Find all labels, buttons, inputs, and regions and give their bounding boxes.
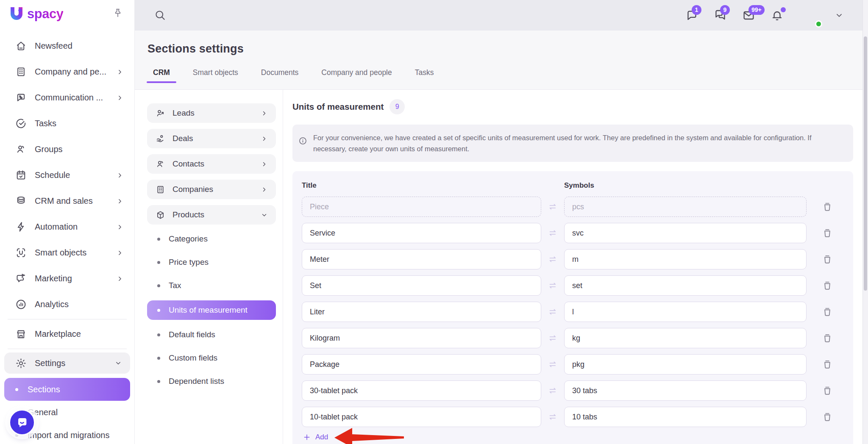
- swap-icon[interactable]: [541, 202, 564, 212]
- sidebar-item-label: Smart objects: [35, 248, 86, 258]
- panel-sub-label: Custom fields: [169, 353, 217, 363]
- unit-row-0: [302, 197, 844, 217]
- search-icon[interactable]: [154, 9, 166, 21]
- uspacy-logo[interactable]: spacy: [8, 6, 63, 22]
- sidebar-item-communication[interactable]: Communication ...: [0, 85, 134, 111]
- bell-icon[interactable]: [771, 9, 784, 22]
- panel-sub-dependent-lists[interactable]: Dependent lists: [147, 373, 276, 390]
- sidebar-item-smart-objects[interactable]: Smart objects: [0, 240, 134, 266]
- tab-documents[interactable]: Documents: [255, 68, 305, 83]
- swap-icon[interactable]: [541, 386, 564, 396]
- panel-item-products[interactable]: Products: [147, 205, 276, 225]
- trash-icon: [822, 359, 833, 370]
- sidebar-item-analytics[interactable]: Analytics: [0, 291, 134, 317]
- delete-row-button[interactable]: [822, 201, 833, 212]
- unit-title-input[interactable]: [302, 223, 541, 243]
- unit-title-input[interactable]: [302, 197, 541, 217]
- trash-icon: [822, 201, 833, 212]
- sidebar: spacy Newsfeed Company and pe...: [0, 0, 135, 444]
- trash-icon: [822, 411, 833, 422]
- delete-row-button[interactable]: [822, 306, 833, 317]
- chat-icon[interactable]: 1: [685, 9, 698, 22]
- sidebar-item-tasks[interactable]: Tasks: [0, 111, 134, 136]
- tab-smart-objects[interactable]: Smart objects: [186, 68, 245, 83]
- chevron-right-icon: [116, 223, 124, 231]
- add-unit-button[interactable]: Add: [303, 433, 328, 441]
- delete-row-button[interactable]: [822, 385, 833, 396]
- unit-title-input[interactable]: [302, 407, 541, 427]
- unit-symbol-input[interactable]: [564, 354, 807, 375]
- unit-symbol-input[interactable]: [564, 407, 807, 427]
- swap-icon[interactable]: [541, 307, 564, 317]
- unit-symbol-input[interactable]: [564, 223, 807, 243]
- unit-title-input[interactable]: [302, 354, 541, 375]
- unit-symbol-input[interactable]: [564, 249, 807, 269]
- trash-icon: [822, 280, 833, 291]
- unit-row-3: [302, 275, 844, 296]
- unit-title-input[interactable]: [302, 380, 541, 401]
- sidebar-item-company-and-pe[interactable]: Company and pe...: [0, 59, 134, 85]
- unit-symbol-input[interactable]: [564, 197, 807, 217]
- info-box: For your convenience, we have created a …: [292, 125, 853, 162]
- swap-icon[interactable]: [541, 254, 564, 264]
- sidebar-item-crm-and-sales[interactable]: CRM and sales: [0, 188, 134, 214]
- unit-symbol-input[interactable]: [564, 275, 807, 296]
- deals-icon: [156, 134, 165, 144]
- delete-row-button[interactable]: [822, 333, 833, 344]
- unit-title-input[interactable]: [302, 275, 541, 296]
- marketplace-icon: [15, 328, 27, 340]
- unit-title-input[interactable]: [302, 328, 541, 348]
- pin-icon[interactable]: [112, 8, 123, 19]
- user-avatar[interactable]: [799, 4, 821, 27]
- panel-item-companies[interactable]: Companies: [147, 180, 276, 199]
- sidebar-item-schedule[interactable]: Schedule: [0, 162, 134, 188]
- panel-item-leads[interactable]: Leads: [147, 103, 276, 123]
- team-chat-icon[interactable]: 9: [714, 9, 727, 22]
- sidebar-item-settings[interactable]: Settings: [4, 352, 130, 374]
- sidebar-item-label: Automation: [35, 222, 78, 232]
- sidebar-item-label: Import and migrations: [28, 430, 109, 440]
- trash-icon: [822, 228, 833, 239]
- panel-sub-tax[interactable]: Tax: [147, 277, 276, 294]
- scrollbar-thumb[interactable]: [864, 36, 867, 291]
- unit-symbol-input[interactable]: [564, 380, 807, 401]
- delete-row-button[interactable]: [822, 254, 833, 265]
- trash-icon: [822, 254, 833, 265]
- panel-sub-price-types[interactable]: Price types: [147, 254, 276, 271]
- panel-sub-default-fields[interactable]: Default fields: [147, 326, 276, 343]
- column-header-symbols: Symbols: [564, 181, 807, 190]
- panel-item-deals[interactable]: Deals: [147, 129, 276, 148]
- sidebar-item-groups[interactable]: Groups: [0, 136, 134, 162]
- swap-icon[interactable]: [541, 333, 564, 343]
- tab-tasks[interactable]: Tasks: [409, 68, 440, 83]
- unit-symbol-input[interactable]: [564, 328, 807, 348]
- delete-row-button[interactable]: [822, 359, 833, 370]
- panel-sub-label: Tax: [169, 281, 181, 290]
- sidebar-item-newsfeed[interactable]: Newsfeed: [0, 33, 134, 59]
- unit-symbol-input[interactable]: [564, 302, 807, 322]
- tab-company-and-people[interactable]: Company and people: [315, 68, 398, 83]
- panel-sub-categories[interactable]: Categories: [147, 230, 276, 247]
- sidebar-item-marketing[interactable]: Marketing: [0, 266, 134, 291]
- chat-launcher-button[interactable]: [9, 409, 35, 436]
- swap-icon[interactable]: [541, 228, 564, 238]
- tabs-bar: CRM Smart objects Documents Company and …: [142, 68, 868, 83]
- mail-icon[interactable]: 99+: [742, 9, 755, 22]
- tab-crm[interactable]: CRM: [147, 68, 176, 83]
- swap-icon[interactable]: [541, 412, 564, 422]
- swap-icon[interactable]: [541, 280, 564, 291]
- delete-row-button[interactable]: [822, 411, 833, 422]
- delete-row-button[interactable]: [822, 228, 833, 239]
- sidebar-item-marketplace[interactable]: Marketplace: [0, 321, 134, 347]
- panel-item-contacts[interactable]: Contacts: [147, 154, 276, 174]
- profile-chevron-down-icon[interactable]: [834, 10, 844, 20]
- unit-title-input[interactable]: [302, 302, 541, 322]
- delete-row-button[interactable]: [822, 280, 833, 291]
- swap-icon[interactable]: [541, 359, 564, 369]
- sidebar-item-sections[interactable]: Sections: [4, 378, 130, 401]
- unit-title-input[interactable]: [302, 249, 541, 269]
- sidebar-item-automation[interactable]: Automation: [0, 214, 134, 240]
- panel-sub-units-of-measurement[interactable]: Units of measurement: [147, 300, 276, 320]
- panel-sub-custom-fields[interactable]: Custom fields: [147, 350, 276, 366]
- chevron-right-icon: [116, 68, 124, 76]
